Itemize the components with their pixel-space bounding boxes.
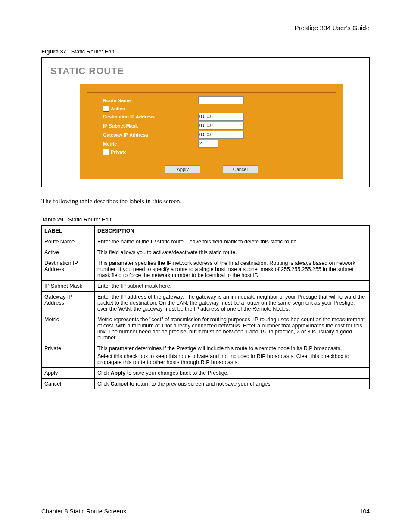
figure-label: Figure 37 bbox=[41, 48, 66, 55]
cell-label: Private bbox=[42, 343, 95, 368]
table-row: Destination IP AddressThis parameter spe… bbox=[42, 258, 370, 281]
form-panel: Route Name Active Destination IP Address… bbox=[80, 84, 343, 179]
page-footer: Chapter 8 Static Route Screens 104 bbox=[41, 505, 370, 515]
table-row: ActiveThis field allows you to activate/… bbox=[42, 247, 370, 258]
metric-input[interactable]: 2 bbox=[198, 140, 218, 148]
cell-label: Metric bbox=[42, 314, 95, 343]
subnet-label: IP Subnet Mask bbox=[87, 123, 198, 128]
cell-desc: Metric represents the "cost" of transmis… bbox=[95, 314, 370, 343]
cell-label: Route Name bbox=[42, 236, 95, 247]
cell-desc: Enter the name of the IP static route. L… bbox=[95, 236, 370, 247]
cell-label: Cancel bbox=[42, 379, 95, 389]
private-label: Private bbox=[111, 149, 127, 155]
th-label: LABEL bbox=[42, 226, 95, 236]
cell-desc: This parameter determines if the Prestig… bbox=[95, 343, 370, 368]
active-checkbox[interactable] bbox=[103, 106, 109, 112]
figure-frame: STATIC ROUTE Route Name Active Destinati… bbox=[41, 57, 370, 187]
panel-title: STATIC ROUTE bbox=[50, 65, 363, 77]
intro-text: The following table describes the labels… bbox=[41, 198, 370, 205]
cell-label: Gateway IP Address bbox=[42, 292, 95, 314]
gateway-input[interactable]: 0.0.0.0 bbox=[198, 131, 244, 139]
cell-desc: Enter the IP subnet mask here. bbox=[95, 281, 370, 292]
cell-desc: This parameter specifies the IP network … bbox=[95, 258, 370, 281]
cell-label: Apply bbox=[42, 368, 95, 379]
table-row: PrivateThis parameter determines if the … bbox=[42, 343, 370, 368]
private-row: Private bbox=[87, 149, 198, 155]
cell-desc: Enter the IP address of the gateway. The… bbox=[95, 292, 370, 314]
cell-desc: Click Apply to save your changes back to… bbox=[95, 368, 370, 379]
table-label: Table 29 bbox=[41, 216, 63, 223]
route-name-label: Route Name bbox=[87, 98, 198, 103]
route-name-input[interactable] bbox=[198, 96, 244, 104]
page-header: Prestige 334 User's Guide bbox=[41, 24, 370, 31]
subnet-input[interactable]: 0.0.0.0 bbox=[198, 122, 244, 130]
description-table: LABEL DESCRIPTION Route NameEnter the na… bbox=[41, 225, 370, 389]
cell-desc: This field allows you to activate/deacti… bbox=[95, 247, 370, 258]
form-inner: Route Name Active Destination IP Address… bbox=[87, 92, 336, 159]
cell-desc: Click Cancel to return to the previous s… bbox=[95, 379, 370, 389]
dest-ip-label: Destination IP Address bbox=[87, 114, 198, 119]
table-row: MetricMetric represents the "cost" of tr… bbox=[42, 314, 370, 343]
th-desc: DESCRIPTION bbox=[95, 226, 370, 236]
dest-ip-input[interactable]: 0.0.0.0 bbox=[198, 113, 244, 121]
active-label: Active bbox=[111, 106, 125, 111]
table-caption: Table 29 Static Route: Edit bbox=[41, 216, 370, 223]
header-rule bbox=[41, 35, 370, 35]
table-row: Route NameEnter the name of the IP stati… bbox=[42, 236, 370, 247]
table-row: CancelClick Cancel to return to the prev… bbox=[42, 379, 370, 389]
active-row: Active bbox=[87, 106, 198, 112]
table-row: Gateway IP AddressEnter the IP address o… bbox=[42, 292, 370, 314]
cancel-button[interactable]: Cancel bbox=[223, 165, 258, 173]
table-row: IP Subnet MaskEnter the IP subnet mask h… bbox=[42, 281, 370, 292]
apply-button[interactable]: Apply bbox=[165, 165, 200, 173]
figure-title: Static Route: Edit bbox=[71, 48, 114, 55]
cell-label: IP Subnet Mask bbox=[42, 281, 95, 292]
metric-label: Metric bbox=[87, 141, 198, 146]
cell-label: Active bbox=[42, 247, 95, 258]
figure-caption: Figure 37 Static Route: Edit bbox=[41, 48, 370, 55]
table-title: Static Route: Edit bbox=[68, 216, 111, 223]
cell-label: Destination IP Address bbox=[42, 258, 95, 281]
table-row: ApplyClick Apply to save your changes ba… bbox=[42, 368, 370, 379]
footer-left: Chapter 8 Static Route Screens bbox=[41, 508, 126, 515]
gateway-label: Gateway IP Address bbox=[87, 132, 198, 137]
footer-right: 104 bbox=[360, 508, 370, 515]
private-checkbox[interactable] bbox=[103, 149, 109, 155]
